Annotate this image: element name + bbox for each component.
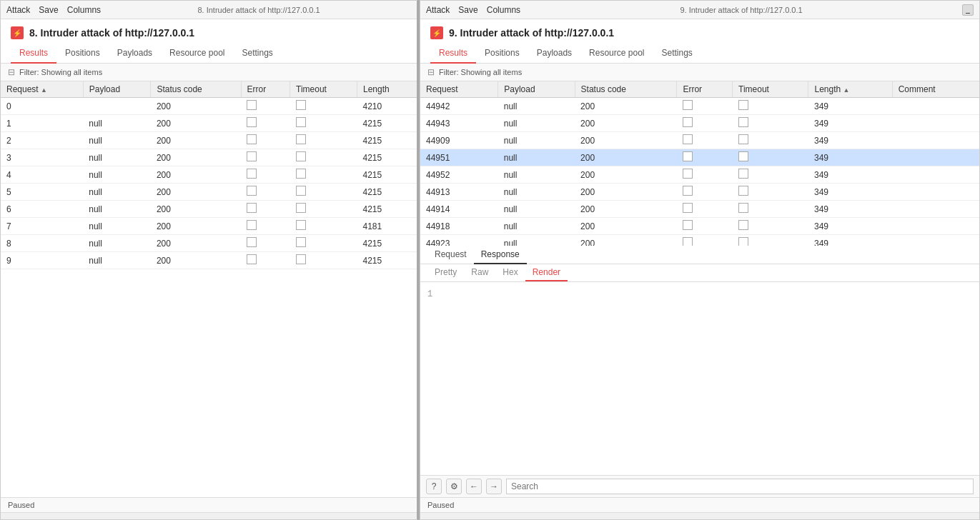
col-error-right[interactable]: Error: [677, 81, 733, 98]
cell-request: 44918: [420, 218, 498, 235]
cell-status: 200: [151, 149, 241, 166]
left-table-container: Request ▲ Payload Status code Error Time…: [1, 81, 417, 497]
table-row[interactable]: 2 null 200 4215: [1, 132, 417, 149]
forward-button[interactable]: →: [486, 479, 502, 494]
col-error-left[interactable]: Error: [241, 81, 290, 98]
col-payload-right[interactable]: Payload: [498, 81, 575, 98]
cell-error: [677, 184, 733, 201]
col-status-left[interactable]: Status code: [151, 81, 241, 98]
table-row[interactable]: 44952 null 200 349: [420, 166, 979, 184]
tab-results-right[interactable]: Results: [430, 44, 476, 64]
table-row[interactable]: 44909 null 200 349: [420, 132, 979, 149]
cell-error: [677, 115, 733, 132]
left-title-bar-text: 8. Intruder attack of http://127.0.0.1: [107, 6, 411, 14]
tab-settings-left[interactable]: Settings: [233, 44, 281, 64]
col-length-left[interactable]: Length: [357, 81, 417, 98]
cell-error: [677, 132, 733, 149]
table-row[interactable]: 5 null 200 4215: [1, 184, 417, 201]
table-row[interactable]: 0 200 4210: [1, 98, 417, 115]
cell-request: 44914: [420, 201, 498, 218]
columns-menu-right[interactable]: Columns: [487, 5, 520, 15]
right-status-text: Paused: [427, 501, 454, 509]
right-status: Paused: [420, 497, 979, 512]
cell-request: 44952: [420, 166, 498, 184]
tab-settings-right[interactable]: Settings: [653, 44, 701, 64]
view-pretty[interactable]: Pretty: [427, 264, 464, 281]
col-comment-right[interactable]: Comment: [892, 81, 979, 98]
minimize-button[interactable]: _: [962, 4, 974, 16]
table-row[interactable]: 44942 null 200 349: [420, 98, 979, 115]
view-tabs: Pretty Raw Hex Render: [420, 264, 979, 282]
line-number: 1: [427, 289, 432, 299]
table-row[interactable]: 44913 null 200 349: [420, 184, 979, 201]
save-menu-left[interactable]: Save: [39, 5, 58, 15]
right-scrollbar[interactable]: [420, 512, 979, 519]
tab-resource-pool-left[interactable]: Resource pool: [161, 44, 233, 64]
table-row[interactable]: 9 null 200 4215: [1, 252, 417, 269]
back-button[interactable]: ←: [466, 479, 482, 494]
table-row[interactable]: 7 null 200 4181: [1, 218, 417, 235]
view-raw[interactable]: Raw: [464, 264, 495, 281]
table-row[interactable]: 3 null 200 4215: [1, 149, 417, 166]
table-row[interactable]: 44914 null 200 349: [420, 201, 979, 218]
cell-length: 349: [808, 115, 892, 132]
cell-status: 200: [151, 115, 241, 132]
cell-error: [677, 235, 733, 246]
col-timeout-right[interactable]: Timeout: [733, 81, 808, 98]
tab-resource-pool-right[interactable]: Resource pool: [580, 44, 653, 64]
cell-status: 200: [575, 184, 677, 201]
right-filter-bar[interactable]: ⊟ Filter: Showing all items: [420, 64, 979, 81]
col-status-right[interactable]: Status code: [575, 81, 677, 98]
table-row[interactable]: 1 null 200 4215: [1, 115, 417, 132]
save-menu-right[interactable]: Save: [458, 5, 477, 15]
col-payload-left[interactable]: Payload: [83, 81, 151, 98]
left-filter-bar[interactable]: ⊟ Filter: Showing all items: [1, 64, 417, 81]
left-header: ⚡ 8. Intruder attack of http://127.0.0.1: [1, 19, 417, 44]
cell-error: [677, 166, 733, 184]
cell-length: 349: [808, 132, 892, 149]
help-button[interactable]: ?: [426, 479, 442, 494]
left-table: Request ▲ Payload Status code Error Time…: [1, 81, 417, 269]
left-scrollbar[interactable]: [1, 512, 417, 519]
cell-error: [241, 201, 290, 218]
left-status: Paused: [1, 497, 417, 512]
tab-response[interactable]: Response: [474, 246, 527, 264]
cell-request: 7: [1, 218, 83, 235]
search-input[interactable]: [506, 479, 974, 494]
cell-request: 0: [1, 98, 83, 115]
tab-payloads-left[interactable]: Payloads: [109, 44, 161, 64]
table-row[interactable]: 8 null 200 4215: [1, 235, 417, 252]
cell-payload: null: [83, 218, 151, 235]
tab-request[interactable]: Request: [427, 246, 474, 264]
tab-payloads-right[interactable]: Payloads: [528, 44, 580, 64]
cell-timeout: [733, 115, 808, 132]
settings-button[interactable]: ⚙: [446, 479, 462, 494]
columns-menu-left[interactable]: Columns: [67, 5, 101, 15]
col-timeout-left[interactable]: Timeout: [290, 81, 357, 98]
cell-error: [677, 218, 733, 235]
cell-comment: [892, 149, 979, 166]
cell-timeout: [290, 252, 357, 269]
cell-status: 200: [151, 252, 241, 269]
attack-menu-right[interactable]: Attack: [426, 5, 450, 15]
tab-positions-left[interactable]: Positions: [56, 44, 109, 64]
table-row[interactable]: 4 null 200 4215: [1, 166, 417, 184]
right-window-title: 9. Intruder attack of http://127.0.0.1: [449, 27, 614, 39]
table-row[interactable]: 44923 null 200 349: [420, 235, 979, 246]
table-row[interactable]: 44918 null 200 349: [420, 218, 979, 235]
table-row[interactable]: 44943 null 200 349: [420, 115, 979, 132]
cell-request: 44913: [420, 184, 498, 201]
tab-results-left[interactable]: Results: [11, 44, 56, 64]
cell-timeout: [290, 184, 357, 201]
col-request-right[interactable]: Request: [420, 81, 498, 98]
col-length-right[interactable]: Length ▲: [808, 81, 892, 98]
table-row[interactable]: 6 null 200 4215: [1, 201, 417, 218]
table-row[interactable]: 44951 null 200 349: [420, 149, 979, 166]
tab-positions-right[interactable]: Positions: [476, 44, 528, 64]
attack-menu-left[interactable]: Attack: [6, 5, 30, 15]
right-title-bar: Attack Save Columns 9. Intruder attack o…: [420, 1, 979, 19]
cell-status: 200: [575, 149, 677, 166]
col-request-left[interactable]: Request ▲: [1, 81, 83, 98]
view-hex[interactable]: Hex: [495, 264, 525, 281]
view-render[interactable]: Render: [525, 264, 568, 281]
